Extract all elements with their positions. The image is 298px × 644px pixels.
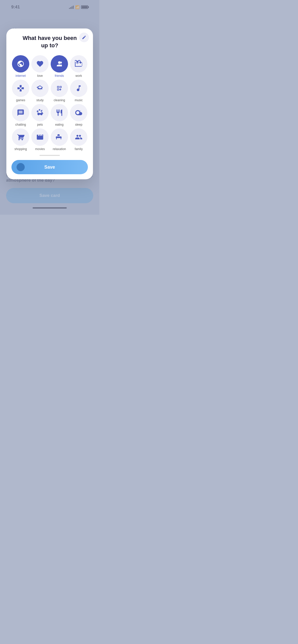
pets-icon-wrap [31, 104, 49, 121]
activity-pets[interactable]: pets [31, 104, 49, 126]
activity-music[interactable]: music [70, 80, 88, 102]
activity-internet[interactable]: internet [11, 55, 30, 78]
activity-family[interactable]: family [70, 128, 88, 151]
study-label: study [36, 98, 44, 102]
love-icon-wrap [31, 55, 49, 72]
modal-overlay: What have you been up to? internet [0, 0, 99, 215]
work-icon [75, 60, 83, 68]
study-icon [36, 84, 44, 92]
save-button-label: Save [44, 165, 55, 170]
internet-icon [17, 60, 24, 68]
pets-icon [36, 109, 44, 116]
activity-games[interactable]: games [11, 80, 30, 102]
family-icon [75, 133, 83, 141]
eating-icon-wrap [51, 104, 68, 121]
relaxation-icon [56, 133, 63, 141]
shopping-label: shopping [15, 147, 27, 151]
relaxation-icon-wrap [51, 128, 68, 146]
love-label: love [37, 74, 43, 78]
modal-title: What have you been up to? [11, 35, 88, 49]
games-icon-wrap [12, 80, 29, 97]
activities-grid: internet love [11, 55, 88, 151]
movies-label: movies [35, 147, 45, 151]
sleep-icon: zz [75, 109, 83, 116]
cleaning-label: cleaning [54, 98, 65, 102]
music-icon-wrap [70, 80, 87, 97]
activity-chatting[interactable]: chatting [11, 104, 30, 126]
activity-study[interactable]: study [31, 80, 49, 102]
save-button-dot [17, 163, 25, 171]
chatting-label: chatting [15, 123, 26, 126]
activity-sleep[interactable]: zz sleep [70, 104, 88, 126]
friends-label: friends [55, 74, 64, 78]
activity-friends[interactable]: friends [50, 55, 69, 78]
games-icon [17, 84, 24, 92]
study-icon-wrap [31, 80, 49, 97]
movies-icon-wrap [31, 128, 49, 146]
internet-label: internet [16, 74, 26, 78]
activity-relaxation[interactable]: relaxation [50, 128, 69, 151]
activity-shopping[interactable]: shopping [11, 128, 30, 151]
family-label: family [75, 147, 83, 151]
chatting-icon [17, 109, 24, 116]
edit-button[interactable] [79, 33, 89, 42]
cleaning-icon-wrap [51, 80, 68, 97]
sleep-label: sleep [75, 123, 83, 126]
love-icon [36, 60, 44, 68]
chatting-icon-wrap [12, 104, 29, 121]
work-icon-wrap [70, 55, 87, 72]
relaxation-label: relaxation [53, 147, 66, 151]
activity-cleaning[interactable]: cleaning [50, 80, 69, 102]
pencil-icon [82, 35, 86, 40]
cleaning-icon [56, 84, 63, 92]
eating-label: eating [55, 123, 64, 126]
scroll-indicator [39, 155, 60, 156]
activity-eating[interactable]: eating [50, 104, 69, 126]
shopping-icon-wrap [12, 128, 29, 146]
activity-movies[interactable]: movies [31, 128, 49, 151]
work-label: work [75, 74, 82, 78]
shopping-icon [17, 133, 24, 141]
music-icon [75, 84, 83, 92]
games-label: games [16, 98, 25, 102]
save-button[interactable]: Save [11, 160, 88, 174]
internet-icon-wrap [12, 55, 29, 72]
svg-point-0 [60, 62, 62, 64]
activity-work[interactable]: work [70, 55, 88, 78]
movies-icon [36, 133, 44, 141]
activity-modal: What have you been up to? internet [6, 28, 93, 179]
sleep-icon-wrap: zz [70, 104, 87, 121]
activity-love[interactable]: love [31, 55, 49, 78]
friends-icon-wrap [51, 55, 68, 72]
eating-icon [56, 109, 63, 116]
svg-text:zz: zz [79, 110, 81, 112]
music-label: music [75, 98, 83, 102]
friends-icon [56, 60, 63, 68]
pets-label: pets [37, 123, 43, 126]
family-icon-wrap [70, 128, 87, 146]
